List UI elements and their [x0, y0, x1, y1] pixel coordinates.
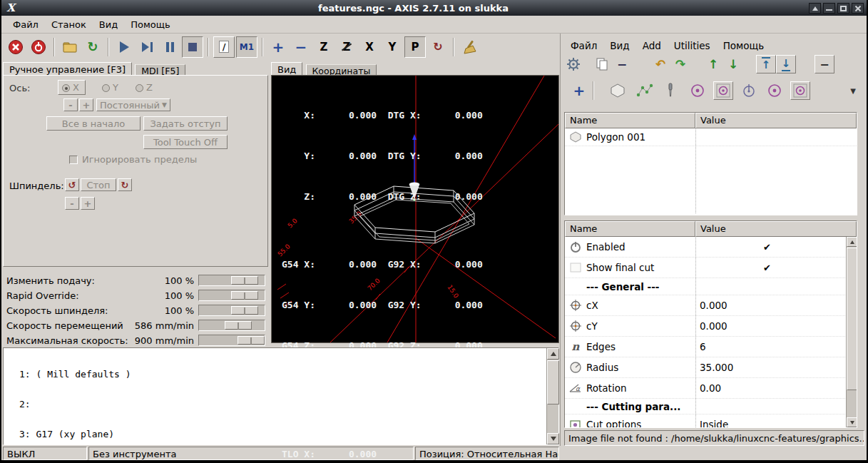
view-z-button[interactable]: Z: [313, 36, 335, 58]
slider-handle[interactable]: [231, 306, 258, 315]
rotate-view-button[interactable]: ↻: [427, 36, 449, 58]
slot-feature-button[interactable]: [790, 81, 810, 100]
estop-button[interactable]: [5, 36, 26, 58]
move-to-top-button[interactable]: ↑: [756, 55, 776, 73]
spindle-ccw-button[interactable]: ↺: [65, 178, 79, 191]
axis-z-radio[interactable]: Z: [136, 82, 153, 93]
param-row-show-final-cut[interactable]: Show final cut ✔: [565, 258, 857, 278]
jog-mode-dropdown[interactable]: Постоянный▼: [96, 98, 170, 111]
param-row-cx[interactable]: cX 0.000: [565, 295, 857, 316]
slider-handle[interactable]: [225, 321, 252, 330]
maximize-button[interactable]: [837, 3, 849, 14]
step-button[interactable]: [136, 36, 158, 58]
titlebar[interactable]: X features.ngc - AXIS 2.7.11 on slukka: [1, 0, 867, 16]
features-menu-help[interactable]: Помощь: [718, 38, 770, 54]
stop-button[interactable]: [182, 36, 203, 58]
checkbox-checked-icon[interactable]: ✔: [763, 242, 771, 253]
home-all-button[interactable]: Все в начало: [46, 116, 141, 131]
drill-feature-button[interactable]: [739, 81, 759, 100]
redo-button[interactable]: ↷: [670, 55, 690, 73]
polygon-feature-button[interactable]: [608, 81, 628, 100]
scroll-down-button[interactable]: [547, 433, 559, 444]
param-value[interactable]: 35.000: [695, 362, 733, 373]
slider-handle[interactable]: [231, 276, 258, 285]
param-value[interactable]: 6: [695, 341, 706, 352]
max-velocity-slider[interactable]: [198, 335, 265, 346]
spindle-stop-button[interactable]: Стоп: [81, 178, 116, 191]
more-features-dropdown[interactable]: ▼: [843, 81, 863, 100]
skip-lines-toggle[interactable]: /: [213, 36, 235, 58]
boss-feature-button[interactable]: [765, 81, 785, 100]
preview-3d-canvas[interactable]: 70.0 35.0 15.0 55.0 5.0 X: 0.000: [271, 75, 559, 343]
machine-power-button[interactable]: [28, 36, 49, 58]
jog-plus-button[interactable]: +: [79, 98, 93, 111]
param-row-cut-options[interactable]: Cut options Inside: [565, 414, 857, 427]
view-z-rotated-button[interactable]: Z: [336, 36, 357, 58]
axis-x-radio[interactable]: X: [58, 80, 86, 95]
scroll-up-button[interactable]: [547, 348, 559, 360]
gcode-scrollbar[interactable]: [546, 348, 558, 444]
menu-help[interactable]: Помощь: [125, 17, 175, 32]
param-row-enabled[interactable]: Enabled ✔: [565, 237, 857, 258]
features-menu-file[interactable]: Файл: [565, 38, 603, 54]
clear-plot-button[interactable]: [459, 36, 480, 58]
probe-tool-button[interactable]: [660, 81, 680, 100]
open-file-button[interactable]: [59, 36, 81, 58]
spindle-minus-button[interactable]: -: [65, 197, 79, 210]
tree-row-polygon-001[interactable]: Polygon 001: [565, 128, 857, 146]
scroll-down-button[interactable]: [847, 417, 857, 427]
axis-y-radio[interactable]: Y: [102, 82, 118, 93]
scrollbar-thumb[interactable]: [547, 360, 559, 405]
spindle-override-slider[interactable]: [198, 305, 265, 316]
features-menu-view[interactable]: Вид: [604, 38, 635, 54]
menu-machine[interactable]: Станок: [46, 17, 92, 32]
ignore-limits-checkbox[interactable]: Игнорировать пределы: [69, 154, 197, 165]
column-header-name[interactable]: Name: [565, 221, 695, 237]
zoom-in-button[interactable]: +: [267, 36, 289, 58]
slider-handle[interactable]: [231, 291, 258, 300]
jog-speed-slider[interactable]: [198, 320, 265, 331]
view-y-button[interactable]: Y: [382, 36, 403, 58]
features-menu-utilities[interactable]: Utilities: [668, 38, 716, 54]
column-header-value[interactable]: Value: [695, 113, 857, 128]
pocket-feature-button[interactable]: [713, 81, 733, 100]
spindle-cw-button[interactable]: ↻: [118, 178, 132, 191]
duplicate-button[interactable]: [592, 55, 612, 73]
param-row-edges[interactable]: n Edges 6: [565, 337, 857, 357]
param-row-cy[interactable]: cY 0.000: [565, 316, 857, 337]
close-button[interactable]: [852, 3, 864, 14]
zoom-out-button[interactable]: −: [290, 36, 312, 58]
touch-off-button[interactable]: Задать отступ: [143, 116, 228, 131]
param-row-rotation[interactable]: α Rotation 0.00: [565, 378, 857, 399]
slider-handle[interactable]: [238, 336, 265, 345]
undo-button[interactable]: ↶: [650, 55, 670, 73]
column-header-value[interactable]: Value: [695, 221, 857, 237]
param-value[interactable]: Inside: [695, 419, 728, 428]
scroll-up-button[interactable]: [847, 237, 857, 247]
features-menu-add[interactable]: Add: [637, 38, 667, 54]
tool-touch-off-button[interactable]: Tool Touch Off: [143, 135, 228, 149]
shade-button[interactable]: [809, 3, 821, 14]
spindle-plus-button[interactable]: +: [81, 197, 95, 210]
collapse-button[interactable]: −: [815, 55, 834, 73]
polyline-feature-button[interactable]: [635, 81, 655, 100]
feed-override-slider[interactable]: [198, 275, 265, 286]
scrollbar-thumb[interactable]: [847, 248, 857, 390]
view-x-button[interactable]: X: [359, 36, 380, 58]
move-to-bottom-button[interactable]: ↓: [776, 55, 796, 73]
param-row-radius[interactable]: Radius 35.000: [565, 357, 857, 378]
pause-button[interactable]: [159, 36, 180, 58]
param-value[interactable]: 0.00: [695, 382, 721, 394]
reload-file-button[interactable]: ↻: [82, 36, 103, 58]
menu-file[interactable]: Файл: [7, 17, 44, 32]
param-value[interactable]: 0.000: [695, 300, 727, 311]
checkbox-checked-icon[interactable]: ✔: [763, 263, 771, 273]
add-feature-button[interactable]: +: [569, 81, 589, 100]
jog-minus-button[interactable]: -: [63, 98, 78, 111]
settings-button[interactable]: [563, 55, 583, 73]
move-down-button[interactable]: ↓: [723, 55, 743, 73]
param-value[interactable]: 0.000: [695, 320, 727, 332]
move-up-button[interactable]: ↑: [703, 55, 723, 73]
params-scrollbar[interactable]: [846, 237, 857, 427]
rapid-override-slider[interactable]: [198, 290, 265, 301]
